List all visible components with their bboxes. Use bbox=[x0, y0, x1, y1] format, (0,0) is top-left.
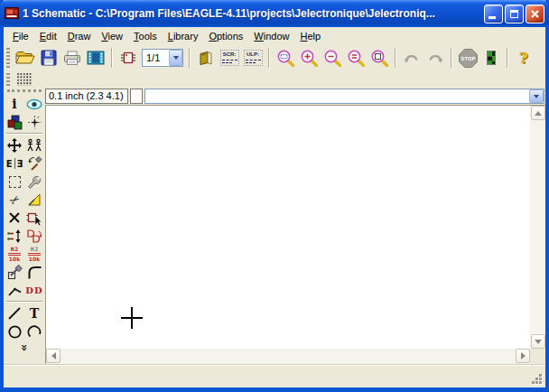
print-button[interactable] bbox=[61, 47, 83, 69]
zoom-select-icon bbox=[347, 49, 365, 67]
tool-info[interactable]: i bbox=[5, 95, 24, 113]
tool-name[interactable]: R210k bbox=[5, 245, 24, 263]
scroll-down-button[interactable] bbox=[531, 334, 545, 349]
arc-icon bbox=[27, 324, 42, 340]
zoom-in-button[interactable] bbox=[298, 47, 320, 69]
window-title: 1 Schematic - C:\Program Files\EAGLE-4.1… bbox=[23, 7, 480, 20]
board-ic-icon bbox=[120, 51, 136, 65]
sheet-selector[interactable]: 1/1 bbox=[142, 49, 183, 67]
tool-move[interactable] bbox=[5, 136, 24, 154]
tool-show[interactable] bbox=[24, 95, 44, 113]
menu-options[interactable]: Options bbox=[203, 29, 248, 43]
tool-mirror[interactable]: EƎ bbox=[5, 154, 24, 173]
tool-split[interactable] bbox=[5, 281, 24, 299]
zoom-select-button[interactable] bbox=[345, 47, 367, 69]
zoom-redraw-button[interactable] bbox=[368, 47, 390, 69]
horizontal-scrollbar[interactable] bbox=[45, 349, 530, 364]
zoom-out-button[interactable] bbox=[321, 47, 343, 69]
eagle-window: 1 Schematic - C:\Program Files\EAGLE-4.1… bbox=[0, 0, 549, 392]
invoke-icon: DD bbox=[25, 285, 42, 295]
tool-gateswap[interactable] bbox=[24, 227, 44, 245]
redo-icon bbox=[426, 51, 444, 65]
save-button[interactable] bbox=[38, 47, 60, 69]
vertical-scroll-track[interactable] bbox=[530, 120, 545, 334]
scroll-left-button[interactable] bbox=[46, 349, 60, 363]
resize-grip[interactable] bbox=[532, 374, 544, 386]
toolbar-grip[interactable] bbox=[6, 48, 10, 68]
scroll-right-button[interactable] bbox=[516, 349, 530, 363]
zoom-in-icon bbox=[300, 49, 318, 67]
go-checker-icon bbox=[487, 51, 496, 65]
close-button[interactable] bbox=[526, 5, 544, 23]
tool-display[interactable] bbox=[5, 113, 24, 131]
menu-view[interactable]: View bbox=[96, 29, 128, 43]
tool-pinswap[interactable] bbox=[5, 227, 24, 245]
use-library-button[interactable] bbox=[195, 47, 217, 69]
redo-button[interactable] bbox=[424, 47, 446, 69]
help-button[interactable]: ? bbox=[513, 47, 535, 69]
add-part-icon bbox=[26, 210, 42, 226]
menu-file[interactable]: File bbox=[7, 29, 34, 43]
toolbar-separator bbox=[189, 48, 191, 68]
scroll-up-button[interactable] bbox=[531, 106, 545, 120]
tool-delete[interactable] bbox=[5, 209, 24, 227]
menu-draw[interactable]: Draw bbox=[62, 29, 97, 43]
parameter-toolbar-grip[interactable] bbox=[6, 73, 10, 86]
open-button[interactable] bbox=[14, 47, 36, 69]
board-button[interactable] bbox=[117, 47, 139, 69]
menu-library[interactable]: Library bbox=[163, 29, 204, 43]
tool-wire[interactable] bbox=[5, 304, 24, 322]
arrow-down-icon bbox=[535, 340, 542, 344]
schematic-canvas[interactable] bbox=[45, 105, 530, 349]
toolbar-separator bbox=[268, 48, 270, 68]
arrow-left-icon bbox=[51, 352, 56, 359]
command-dropdown-arrow[interactable] bbox=[529, 89, 544, 103]
tool-value[interactable]: R210k bbox=[24, 245, 44, 263]
group-rect-icon bbox=[9, 176, 21, 188]
tool-cut[interactable]: ✂ bbox=[5, 191, 24, 209]
tool-circle[interactable] bbox=[5, 322, 24, 341]
tool-rotate[interactable] bbox=[24, 154, 44, 173]
menu-edit[interactable]: Edit bbox=[34, 29, 62, 43]
menu-tools[interactable]: Tools bbox=[128, 29, 163, 43]
tool-copy[interactable] bbox=[24, 136, 44, 154]
value-icon: R210k bbox=[28, 247, 41, 262]
undo-button[interactable] bbox=[401, 47, 423, 69]
grid-dots-icon bbox=[17, 73, 33, 86]
tool-miter[interactable] bbox=[24, 263, 44, 281]
main-toolbar: 1/1 SCR: ULP: bbox=[4, 45, 545, 70]
tool-smash[interactable] bbox=[5, 263, 24, 281]
toolbar-separator bbox=[111, 48, 113, 68]
tool-add[interactable] bbox=[24, 209, 44, 227]
run-script-button[interactable]: SCR: bbox=[219, 47, 240, 69]
horizontal-scroll-track[interactable] bbox=[60, 349, 516, 364]
tool-mark[interactable]: ° bbox=[24, 113, 44, 131]
grid-button[interactable] bbox=[14, 71, 34, 87]
sheet-dropdown-arrow[interactable] bbox=[169, 50, 182, 66]
more-tools-button[interactable]: » bbox=[21, 342, 28, 355]
tool-group[interactable] bbox=[5, 173, 24, 191]
menu-window[interactable]: Window bbox=[248, 29, 294, 43]
menu-help[interactable]: Help bbox=[294, 29, 326, 43]
go-button[interactable] bbox=[480, 47, 502, 69]
scissors-icon: ✂ bbox=[6, 191, 23, 209]
tool-text[interactable]: T bbox=[24, 304, 44, 322]
maximize-button[interactable] bbox=[505, 5, 524, 23]
tool-arc[interactable] bbox=[24, 322, 44, 341]
zoom-fit-button[interactable] bbox=[274, 47, 296, 69]
vertical-scrollbar[interactable] bbox=[530, 105, 545, 349]
zoom-fit-icon bbox=[276, 49, 294, 67]
minimize-button[interactable] bbox=[484, 5, 503, 23]
command-toolbar: i bbox=[4, 88, 45, 364]
cam-processor-button[interactable] bbox=[85, 47, 107, 69]
tool-paste[interactable] bbox=[24, 191, 44, 209]
open-folder-icon bbox=[15, 51, 35, 65]
command-row: 0.1 inch (2.3 4.1) bbox=[45, 88, 545, 105]
command-input[interactable] bbox=[145, 90, 529, 102]
minimize-icon bbox=[489, 16, 496, 19]
command-toolbar-grip[interactable] bbox=[7, 89, 42, 92]
tool-invoke[interactable]: DD bbox=[24, 281, 44, 299]
tool-change[interactable] bbox=[24, 173, 44, 191]
run-ulp-button[interactable]: ULP: bbox=[242, 47, 264, 69]
stop-button[interactable]: STOP bbox=[457, 47, 479, 69]
